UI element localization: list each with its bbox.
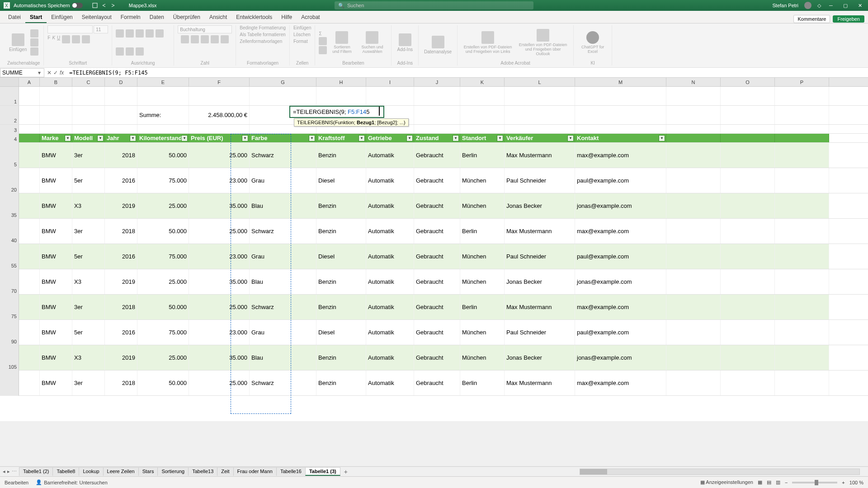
function-tooltip[interactable]: TEILERGEBNIS(Funktion; Bezug1; [Bezug2];… <box>294 118 409 127</box>
wrap-text-icon[interactable] <box>146 29 154 38</box>
row-header[interactable]: 35 <box>0 193 19 219</box>
cell[interactable]: Blau <box>250 193 316 218</box>
close-button[interactable]: ✕ <box>855 1 864 10</box>
cell[interactable]: 3er <box>72 143 105 168</box>
comma-icon[interactable] <box>201 35 209 43</box>
cell[interactable]: Diesel <box>316 320 366 345</box>
sheet-tab[interactable]: Stars <box>138 467 158 476</box>
table-row[interactable]: 105BMWX3201925.00035.000BlauBenzinAutoma… <box>0 345 868 371</box>
cell[interactable]: 35.000 <box>189 269 250 294</box>
cell[interactable]: 25.000 <box>137 345 189 370</box>
cell[interactable]: BMW <box>40 193 72 218</box>
filter-icon[interactable]: ▾ <box>659 135 665 141</box>
chevron-down-icon[interactable]: ▾ <box>37 70 42 76</box>
cell[interactable]: Automatik <box>366 345 414 370</box>
cell[interactable]: Gebraucht <box>414 219 460 244</box>
cell[interactable]: 2019 <box>105 193 137 218</box>
table-row[interactable]: 40BMW3er201850.00025.000SchwarzBenzinAut… <box>0 219 868 244</box>
filter-icon[interactable]: ▾ <box>497 135 503 141</box>
cell[interactable]: Gebraucht <box>414 244 460 269</box>
cell[interactable]: BMW <box>40 371 72 395</box>
cell[interactable]: Benzin <box>316 193 366 218</box>
cell[interactable]: Schwarz <box>250 219 316 244</box>
cell[interactable]: 5er <box>72 320 105 345</box>
cell[interactable]: Paul Schneider <box>505 320 575 345</box>
filter-icon[interactable]: ▾ <box>65 135 71 141</box>
cell[interactable]: paul@example.com <box>575 244 666 269</box>
cell[interactable]: Benzin <box>316 269 366 294</box>
cell[interactable]: max@example.com <box>575 143 666 168</box>
cell[interactable]: Benzin <box>316 219 366 244</box>
toggle-off-icon[interactable] <box>72 3 83 8</box>
cell[interactable]: Automatik <box>366 244 414 269</box>
cell[interactable]: 25.000 <box>189 295 250 319</box>
cell[interactable]: BMW <box>40 143 72 168</box>
fx-icon[interactable]: fx <box>60 70 64 76</box>
cell[interactable]: 5er <box>72 168 105 193</box>
sheet-tab[interactable]: Leere Zeilen <box>103 467 139 476</box>
save-icon[interactable] <box>92 2 98 9</box>
cell[interactable]: jonas@example.com <box>575 269 666 294</box>
cell[interactable]: 2016 <box>105 320 137 345</box>
cell[interactable]: München <box>460 244 505 269</box>
view-page-layout-icon[interactable]: ▤ <box>767 479 771 485</box>
table-row[interactable]: 20BMW5er201675.00023.000GrauDieselAutoma… <box>0 168 868 193</box>
row-header[interactable]: 3 <box>0 125 19 134</box>
filter-icon[interactable]: ▾ <box>309 135 315 141</box>
filter-icon[interactable]: ▾ <box>130 135 136 141</box>
cell[interactable]: Automatik <box>366 320 414 345</box>
cell[interactable]: BMW <box>40 295 72 319</box>
ribbon-tab-start[interactable]: Start <box>25 12 47 23</box>
acrobat-share-outlook-button[interactable]: Erstellen von PDF-Dateien und Freigeben … <box>516 28 570 57</box>
cell[interactable]: Blau <box>250 269 316 294</box>
cell[interactable]: 2018 <box>105 143 137 168</box>
data-analysis-button[interactable]: Datenanalyse <box>422 35 453 55</box>
minimize-button[interactable]: ─ <box>826 1 835 10</box>
table-header-farbe[interactable]: Farbe▾ <box>250 134 316 142</box>
table-header-verkaeufer[interactable]: Verkäufer▾ <box>505 134 575 142</box>
horizontal-scrollbar[interactable] <box>580 469 860 475</box>
zoom-slider[interactable] <box>792 482 837 483</box>
accessibility-label[interactable]: Barrierefreiheit: Untersuchen <box>44 480 108 485</box>
share-button[interactable]: Freigeben <box>833 15 864 23</box>
row-header[interactable]: 5 <box>0 143 19 168</box>
column-header[interactable]: M <box>575 78 666 86</box>
cell[interactable]: 35.000 <box>189 345 250 370</box>
cell[interactable]: X3 <box>72 269 105 294</box>
column-header[interactable]: K <box>460 78 505 86</box>
cell[interactable]: Automatik <box>366 168 414 193</box>
cell[interactable]: Grau <box>250 244 316 269</box>
cell[interactable]: Diesel <box>316 168 366 193</box>
cell[interactable]: Jonas Becker <box>505 345 575 370</box>
addins-button[interactable]: Add-Ins <box>395 33 414 53</box>
cell[interactable]: 50.000 <box>137 143 189 168</box>
cell[interactable]: BMW <box>40 168 72 193</box>
avatar-icon[interactable] <box>804 1 812 9</box>
view-page-break-icon[interactable]: ▥ <box>776 479 780 485</box>
sheet-tab[interactable]: Tabelle13 <box>188 467 217 476</box>
autosum-icon[interactable]: Σ <box>319 31 327 36</box>
cell[interactable]: 2019 <box>105 345 137 370</box>
ribbon-tab-datei[interactable]: Datei <box>4 12 25 23</box>
cell[interactable]: 50.000 <box>137 371 189 395</box>
column-header[interactable]: P <box>775 78 829 86</box>
border-icon[interactable] <box>62 35 70 43</box>
ribbon-tab-hilfe[interactable]: Hilfe <box>277 12 297 23</box>
cell[interactable]: Grau <box>250 320 316 345</box>
cell[interactable]: paul@example.com <box>575 168 666 193</box>
column-header[interactable]: I <box>366 78 414 86</box>
cell[interactable]: München <box>460 193 505 218</box>
ribbon-tab-daten[interactable]: Daten <box>145 12 169 23</box>
cell[interactable]: X3 <box>72 345 105 370</box>
cell[interactable]: Grau <box>250 168 316 193</box>
cell[interactable]: München <box>460 345 505 370</box>
row-header[interactable]: 2 <box>0 106 19 124</box>
format-painter-icon[interactable] <box>30 47 38 56</box>
copy-icon[interactable] <box>30 38 38 47</box>
cell[interactable]: max@example.com <box>575 295 666 319</box>
cell[interactable]: 2016 <box>105 168 137 193</box>
ribbon-tab-einfügen[interactable]: Einfügen <box>47 12 77 23</box>
cell[interactable]: 50.000 <box>137 295 189 319</box>
search-box[interactable]: 🔍 Suchen <box>335 1 533 9</box>
summe-label-cell[interactable]: Summe: <box>137 106 189 124</box>
